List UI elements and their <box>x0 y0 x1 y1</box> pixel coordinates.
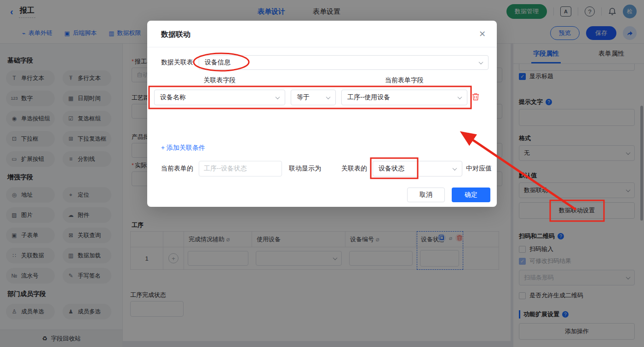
related-field-select[interactable]: 设备名称 <box>154 90 285 105</box>
close-icon[interactable]: ✕ <box>479 29 486 39</box>
delete-condition-icon[interactable] <box>472 93 479 102</box>
relation-table-label: 数据关联表 <box>161 58 193 67</box>
current-field-select[interactable]: 工序--使用设备 <box>341 90 467 105</box>
cancel-button[interactable]: 取消 <box>407 188 445 202</box>
data-linkage-modal: 数据联动 ✕ 数据关联表 设备信息 关联表字段 当前表单字段 设备名称 等于 工… <box>147 21 497 207</box>
chevron-down-icon <box>276 95 280 99</box>
chevron-down-icon <box>458 95 462 99</box>
add-condition-link[interactable]: + 添加关联条件 <box>161 144 205 152</box>
app: ‹ 报工 表单设计 表单设置 数据管理 A ? 检 ⌁ 表单外链 ▣ 后端脚本 … <box>0 0 644 347</box>
chevron-down-icon <box>326 95 331 99</box>
chevron-down-icon <box>453 166 457 171</box>
column-header-related-field: 关联表字段 <box>154 76 285 85</box>
related-display-value: 设备状态 <box>379 165 404 173</box>
operator-value: 等于 <box>297 93 310 102</box>
suffix-label: 中对应值 <box>466 165 492 173</box>
operator-select[interactable]: 等于 <box>291 90 336 105</box>
column-header-current-field: 当前表单字段 <box>341 76 467 85</box>
relation-table-value: 设备信息 <box>205 58 230 67</box>
relation-table-select[interactable]: 设备信息 <box>199 55 489 70</box>
related-display-select[interactable]: 设备状态 <box>373 161 462 176</box>
current-field-value: 工序--使用设备 <box>347 93 390 102</box>
related-field-value: 设备名称 <box>160 93 186 102</box>
modal-title: 数据联动 <box>161 30 190 40</box>
divider <box>147 47 497 47</box>
current-form-field-input: 工序--设备状态 <box>199 161 282 176</box>
confirm-button[interactable]: 确定 <box>452 188 490 202</box>
related-table-label: 关联表的 <box>341 165 367 173</box>
chevron-down-icon <box>479 60 483 64</box>
display-as-label: 联动显示为 <box>289 165 321 173</box>
current-form-label: 当前表单的 <box>161 165 193 173</box>
